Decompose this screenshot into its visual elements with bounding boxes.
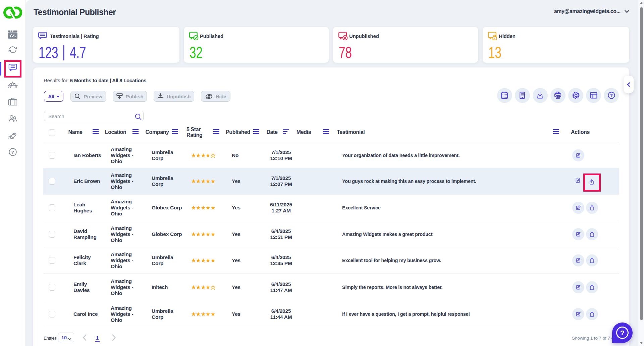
svg-text:?: ? bbox=[11, 150, 14, 155]
svg-text:?: ? bbox=[610, 93, 613, 98]
